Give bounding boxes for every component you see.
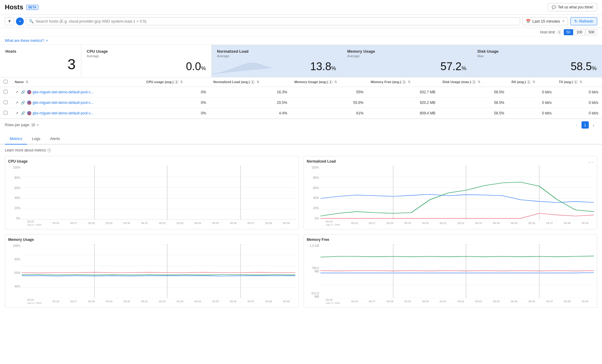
host-limit-info-icon[interactable]: ℹ — [557, 30, 561, 34]
row-checkbox-0[interactable] — [4, 90, 8, 94]
charts-grid: CPU Usage 100%80%60%40%20%0% — [5, 156, 597, 308]
memfree-sort-icon[interactable]: ⇅ — [408, 80, 410, 84]
summary-card-cpu: CPU Usage Average 0.0% — [81, 45, 212, 77]
diskusage-column-header: Disk Usage (max.) ℹ ⇅ — [439, 77, 508, 87]
row-memory-2: 61% — [291, 108, 367, 119]
normload-sort-icon[interactable]: ⇅ — [257, 80, 259, 84]
normload-y-axis: 100%80%60%40%20%0% — [307, 166, 320, 220]
normload-card-subtitle: Average — [217, 54, 336, 58]
normload-chart-area: 100%80%60%40%20%0% — [307, 166, 594, 226]
memoryfree-chart-inner — [320, 244, 594, 298]
host-limit-50[interactable]: 50 — [564, 29, 573, 35]
summary-card-disk: Disk Usage Max 58.5% — [472, 45, 602, 77]
memoryfree-chart-svg — [320, 244, 594, 298]
cpu-chart-inner — [22, 166, 295, 220]
metrics-link[interactable]: What are these metrics? ↗ — [5, 39, 597, 43]
filter-icon: ▼ — [8, 19, 11, 23]
feedback-button[interactable]: 💬 Tell us what you think! — [548, 3, 597, 11]
chevron-down-icon: ▼ — [562, 20, 565, 23]
rows-per-page[interactable]: Rows per page: 10 ▼ — [5, 123, 39, 127]
host-limit-500[interactable]: 500 — [586, 29, 597, 35]
host-limit-100[interactable]: 100 — [574, 29, 585, 35]
normload-chart-options[interactable]: ··· — [588, 160, 594, 165]
table-row: ↗ 🔗 gke-miguel-otel-demo-default-pool-c.… — [0, 108, 602, 119]
memory-usage-chart-card: Memory Usage 100%80%60%40% — [5, 234, 299, 308]
row-memfree-1: 920.2 MB — [367, 98, 439, 108]
normload-card-title: Normalized Load — [217, 49, 336, 54]
refresh-icon: ↻ — [574, 19, 578, 23]
memusage-column-header: Memory Usage (avg.) ℹ ⇅ — [291, 77, 367, 87]
refresh-button[interactable]: ↻ Refresh — [570, 17, 597, 25]
tab-metrics[interactable]: Metrics — [5, 133, 27, 145]
normalized-load-chart-card: Normalized Load ··· 100%80%60%40%20%0% — [304, 156, 597, 229]
feedback-icon: 💬 — [552, 5, 556, 9]
disk-card-subtitle: Max — [478, 54, 597, 58]
normload-col-info-icon[interactable]: ℹ — [251, 80, 254, 84]
cpu-sort-icon[interactable]: ⇅ — [180, 80, 183, 84]
row-link-button-0[interactable]: 🔗 — [20, 89, 26, 95]
learn-more-info-icon[interactable]: ℹ — [47, 148, 51, 152]
row-normload-0: 16.3% — [210, 87, 291, 98]
toolbar-left: ▼ + 🔍 — [5, 17, 520, 25]
row-rx-1: 0 bit/s — [508, 98, 555, 108]
search-input[interactable] — [36, 19, 516, 23]
diskusage-sort-icon[interactable]: ⇅ — [478, 80, 480, 84]
row-name-cell: ↗ 🔗 gke-miguel-otel-demo-default-pool-c.… — [11, 108, 143, 119]
page-title: Hosts — [5, 3, 23, 11]
memory-free-chart-card: Memory Free 1.0 GB768.0 MB512.0 MB — [304, 234, 597, 308]
toolbar: ▼ + 🔍 📅 Last 15 minutes ▼ ↻ Refresh — [0, 15, 602, 28]
filter-dropdown-button[interactable]: ▼ — [5, 17, 14, 25]
search-box: 🔍 — [26, 17, 520, 25]
memory-unit: % — [461, 65, 466, 71]
memory-chart-area: 100%80%60%40% — [8, 244, 295, 304]
row-open-button-1[interactable]: ↗ — [15, 100, 19, 105]
top-bar-left: Hosts BETA — [5, 3, 39, 11]
cpu-column-header: CPU usage (avg.) ℹ ⇅ — [143, 77, 210, 87]
search-icon: 🔍 — [29, 19, 34, 23]
next-page-button[interactable]: › — [590, 121, 597, 129]
row-memfree-0: 932.7 MB — [367, 87, 439, 98]
beta-badge: BETA — [26, 5, 38, 10]
tab-logs[interactable]: Logs — [27, 133, 45, 145]
memusage-col-info-icon[interactable]: ℹ — [329, 80, 332, 84]
diskusage-col-info-icon[interactable]: ℹ — [472, 80, 476, 84]
memusage-sort-icon[interactable]: ⇅ — [334, 80, 337, 84]
memoryfree-chart-title: Memory Free — [307, 238, 329, 242]
cpu-x-axis: 09:25July 17, 2024 09:2609:2709:2809:29 … — [22, 220, 295, 226]
row-open-button-2[interactable]: ↗ — [15, 110, 19, 116]
toolbar-right: 📅 Last 15 minutes ▼ ↻ Refresh — [522, 17, 597, 25]
page-1-button[interactable]: 1 — [582, 121, 589, 129]
host-link-2[interactable]: gke-miguel-otel-demo-default-pool-c... — [33, 111, 94, 115]
row-open-button-0[interactable]: ↗ — [15, 89, 19, 95]
add-filter-button[interactable]: + — [16, 17, 24, 25]
row-link-button-1[interactable]: 🔗 — [20, 100, 26, 105]
rx-col-info-icon[interactable]: ℹ — [527, 80, 531, 84]
row-disk-0: 58.5% — [439, 87, 508, 98]
row-link-button-2[interactable]: 🔗 — [20, 110, 26, 116]
cpu-chart-area: 100%80%60%40%20%0% — [8, 166, 295, 226]
row-memory-1: 55.6% — [291, 98, 367, 108]
learn-more-bar: Learn more about metrics ℹ — [5, 148, 597, 152]
host-link-1[interactable]: gke-miguel-otel-demo-default-pool-c... — [33, 101, 94, 105]
memory-x-axis: 09:25July 17, 2024 09:2609:2709:2809:29 … — [22, 298, 295, 304]
cpu-col-info-icon[interactable]: ℹ — [174, 80, 178, 84]
host-link-0[interactable]: gke-miguel-otel-demo-default-pool-c... — [33, 90, 94, 94]
memory-chart-svg — [22, 244, 295, 298]
prev-page-button[interactable]: ‹ — [573, 121, 580, 129]
host-favicon-1 — [27, 101, 31, 105]
memfree-col-info-icon[interactable]: ℹ — [402, 80, 406, 84]
cpu-value: 0.0% — [87, 60, 206, 73]
row-checkbox-cell — [0, 87, 11, 98]
rx-sort-icon[interactable]: ⇅ — [532, 80, 535, 84]
name-sort-icon[interactable]: ⇅ — [26, 80, 28, 84]
row-cpu-2: 0% — [143, 108, 210, 119]
tx-col-info-icon[interactable]: ℹ — [574, 80, 578, 84]
normload-chart-title: Normalized Load — [307, 159, 336, 163]
row-checkbox-2[interactable] — [4, 111, 8, 115]
tx-sort-icon[interactable]: ⇅ — [579, 80, 582, 84]
row-name-cell: ↗ 🔗 gke-miguel-otel-demo-default-pool-c.… — [11, 87, 143, 98]
tab-alerts[interactable]: Alerts — [45, 133, 65, 145]
select-all-checkbox[interactable] — [4, 80, 8, 84]
row-checkbox-1[interactable] — [4, 100, 8, 104]
time-picker[interactable]: 📅 Last 15 minutes ▼ — [522, 17, 568, 25]
